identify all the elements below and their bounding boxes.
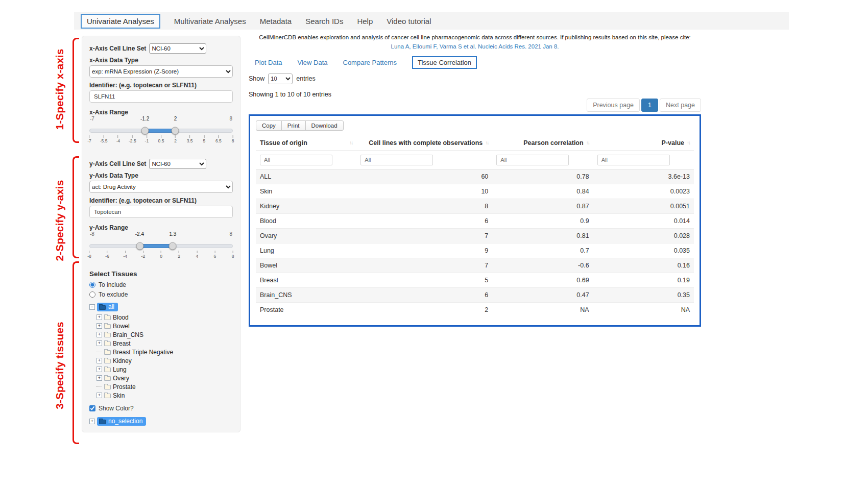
x-range-label: x-Axis Range	[89, 109, 233, 116]
table-row-blood[interactable]: Blood60.90.014	[256, 213, 694, 228]
download-button[interactable]: Download	[305, 120, 344, 131]
sort-icon[interactable]	[687, 140, 690, 145]
column-header-pearson-correlation[interactable]: Pearson correlation	[492, 135, 593, 151]
table-row-breast[interactable]: Breast50.690.19	[256, 273, 694, 287]
table-row-lung[interactable]: Lung90.70.035	[256, 243, 694, 258]
slider-tick-label: 8	[232, 135, 234, 143]
tree-node-prostate[interactable]: Prostate	[97, 382, 233, 391]
nav-tab-metadata[interactable]: Metadata	[260, 17, 292, 26]
tree-node-no-selection[interactable]: no_selection	[89, 417, 233, 426]
subtab-tissue-correlation[interactable]: Tissue Correlation	[412, 56, 477, 69]
copy-button[interactable]: Copy	[256, 120, 282, 131]
cell-p-value: 0.19	[593, 273, 694, 287]
table-row-all[interactable]: ALL600.783.6e-13	[256, 169, 694, 184]
expand-icon[interactable]	[97, 332, 102, 337]
table-row-prostate[interactable]: Prostate2NANA	[256, 302, 694, 317]
y-cell-line-set-select[interactable]: NCI-60	[149, 159, 206, 169]
x-axis-range-slider[interactable]: -7 -1.2 2 8 -7-5.5-4-2.5-10.523.556.58	[89, 116, 233, 143]
expand-icon[interactable]	[97, 314, 102, 320]
y-data-type-select[interactable]: act: Drug Activity	[89, 181, 233, 193]
slider-track[interactable]	[89, 244, 233, 248]
tree-node-all[interactable]: all	[89, 302, 233, 312]
filter-tissue-input[interactable]	[260, 155, 332, 165]
expand-icon[interactable]	[97, 358, 102, 363]
expand-icon[interactable]	[97, 375, 102, 381]
slider-handle-from[interactable]	[136, 242, 143, 250]
column-header-p-value[interactable]: P-value	[593, 135, 694, 151]
cell-cell-lines: 2	[356, 302, 492, 317]
expand-icon[interactable]	[89, 419, 95, 424]
main-nav: Univariate Analyses Multivariate Analyse…	[74, 12, 789, 30]
to-exclude-radio[interactable]	[89, 291, 95, 298]
slider-handle-to[interactable]	[172, 127, 179, 135]
x-cell-line-set-select[interactable]: NCI-60	[149, 43, 206, 54]
nav-tab-video-tutorial[interactable]: Video tutorial	[387, 17, 431, 26]
filter-cell-lines-input[interactable]	[360, 155, 433, 165]
slider-handle-from[interactable]	[141, 127, 149, 135]
slider-tick-label: 3.5	[187, 135, 193, 143]
slider-handle-to[interactable]	[169, 242, 177, 250]
y-identifier-input[interactable]	[89, 206, 233, 218]
tree-node-ovary[interactable]: Ovary	[97, 374, 233, 382]
subtab-compare-patterns[interactable]: Compare Patterns	[343, 59, 397, 66]
nav-tab-univariate-analyses[interactable]: Univariate Analyses	[81, 14, 160, 29]
table-row-skin[interactable]: Skin100.840.0023	[256, 184, 694, 199]
expand-icon[interactable]	[97, 367, 102, 372]
x-data-type-select[interactable]: exp: mRNA Expression (Z-Score)	[89, 65, 233, 78]
tree-selected-node-all[interactable]: all	[97, 303, 118, 311]
tree-node-kidney[interactable]: Kidney	[97, 356, 233, 365]
subtab-view-data[interactable]: View Data	[297, 59, 327, 66]
table-row-ovary[interactable]: Ovary70.810.028	[256, 228, 694, 243]
cell-pearson: 0.47	[492, 287, 593, 302]
tree-node-lung[interactable]: Lung	[97, 365, 233, 374]
cell-p-value: 0.0023	[593, 184, 694, 199]
nav-tab-multivariate-analyses[interactable]: Multivariate Analyses	[174, 17, 246, 26]
cell-tissue: Kidney	[256, 199, 356, 213]
expand-icon[interactable]	[97, 393, 102, 398]
slider-tick-label: 8	[232, 251, 234, 259]
citation-link[interactable]: Luna A, Elloumi F, Varma S et al. Nuclei…	[249, 43, 701, 50]
to-exclude-option[interactable]: To exclude	[89, 291, 233, 298]
print-button[interactable]: Print	[281, 120, 306, 131]
cell-cell-lines: 8	[356, 199, 492, 213]
table-filter-row	[256, 151, 694, 169]
nav-tab-search-ids[interactable]: Search IDs	[305, 17, 343, 26]
tree-node-breast[interactable]: Breast	[97, 339, 233, 348]
nav-tab-help[interactable]: Help	[357, 17, 373, 26]
sort-icon[interactable]	[485, 140, 488, 145]
entries-per-page-select[interactable]: 10	[268, 74, 293, 84]
next-page-button[interactable]: Next page	[660, 99, 701, 112]
tree-node-breast-triple-negative[interactable]: Breast Triple Negative	[97, 348, 233, 356]
pagination: Previous page 1 Next page	[249, 99, 701, 112]
tree-node-bowel[interactable]: Bowel	[97, 322, 233, 330]
show-color-option[interactable]: Show Color?	[89, 405, 233, 412]
annotation-bracket-2	[73, 156, 79, 258]
slider-track[interactable]	[89, 129, 233, 133]
table-row-bowel[interactable]: Bowel7-0.60.16	[256, 258, 694, 273]
filter-pearson-input[interactable]	[496, 155, 569, 165]
subtab-plot-data[interactable]: Plot Data	[255, 59, 282, 66]
column-header-tissue-of-origin[interactable]: Tissue of origin	[256, 135, 356, 151]
cell-pearson: 0.9	[492, 213, 593, 228]
show-color-checkbox[interactable]	[89, 405, 95, 411]
expand-icon[interactable]	[97, 323, 102, 329]
y-axis-range-slider[interactable]: -8 -2.4 1.3 8 -8-6-4-202468	[89, 231, 233, 259]
table-row-kidney[interactable]: Kidney80.870.0051	[256, 199, 694, 213]
to-include-option[interactable]: To include	[89, 281, 233, 288]
sort-icon[interactable]	[349, 140, 352, 145]
tree-node-blood[interactable]: Blood	[97, 313, 233, 322]
collapse-icon[interactable]	[89, 304, 95, 310]
to-include-radio[interactable]	[89, 282, 95, 288]
page-1-button[interactable]: 1	[641, 99, 658, 112]
filter-p-value-input[interactable]	[597, 155, 670, 165]
tree-selected-node-no-selection[interactable]: no_selection	[97, 417, 146, 426]
previous-page-button[interactable]: Previous page	[587, 99, 640, 112]
tree-node-label: Ovary	[113, 375, 129, 382]
sort-icon[interactable]	[586, 140, 589, 145]
tree-node-brain-cns[interactable]: Brain_CNS	[97, 330, 233, 339]
tree-node-skin[interactable]: Skin	[97, 391, 233, 400]
expand-icon[interactable]	[97, 340, 102, 346]
x-identifier-input[interactable]	[89, 90, 233, 103]
column-header-cell-lines[interactable]: Cell lines with complete observations	[356, 135, 492, 151]
table-row-brain-cns[interactable]: Brain_CNS60.470.35	[256, 287, 694, 302]
